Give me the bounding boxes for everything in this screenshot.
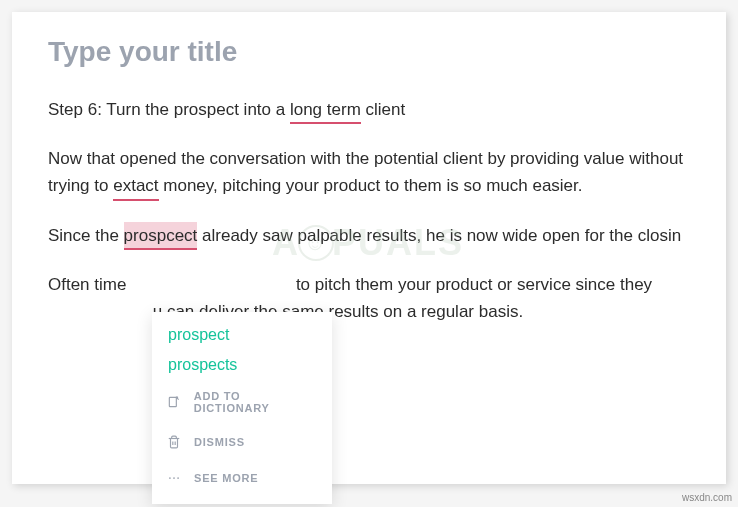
error-underline-extact[interactable]: extact [113, 172, 158, 199]
p2-text-after: money, pitching your product to them is … [163, 176, 582, 195]
watermark-right: PUALS [332, 222, 464, 264]
p3-text-before: Since the [48, 226, 124, 245]
dismiss-button[interactable]: DISMISS [152, 424, 332, 460]
see-more-button[interactable]: SEE MORE [152, 460, 332, 496]
p1-text-after: client [366, 100, 406, 119]
add-to-dictionary-button[interactable]: ADD TO DICTIONARY [152, 380, 332, 424]
watermark-icon: ☺ [298, 225, 334, 261]
trash-icon [166, 434, 182, 450]
footer-credit: wsxdn.com [682, 492, 732, 503]
watermark-left: A [272, 222, 300, 264]
p1-text-before: Step 6: Turn the prospect into a [48, 100, 290, 119]
suggestion-menu: prospect prospects ADD TO DICTIONARY [152, 312, 332, 504]
watermark: A ☺ PUALS [272, 222, 464, 264]
svg-point-1 [169, 477, 171, 479]
svg-point-2 [173, 477, 175, 479]
paragraph-4[interactable]: Often time to pitch them your product or… [48, 271, 690, 325]
paragraph-2[interactable]: Now that opened the conversation with th… [48, 145, 690, 199]
add-to-dictionary-label: ADD TO DICTIONARY [194, 390, 318, 414]
p4-text-middle: to pitch them your product or service si… [296, 275, 652, 294]
title-input[interactable]: Type your title [48, 36, 690, 68]
suggestion-prospects[interactable]: prospects [152, 350, 332, 380]
svg-rect-0 [169, 397, 176, 406]
more-icon [166, 470, 182, 486]
paragraph-1[interactable]: Step 6: Turn the prospect into a long te… [48, 96, 690, 123]
add-icon [166, 394, 182, 410]
dismiss-label: DISMISS [194, 436, 245, 448]
p4-text-before: Often time [48, 275, 126, 294]
see-more-label: SEE MORE [194, 472, 258, 484]
svg-point-3 [177, 477, 179, 479]
editor: A ☺ PUALS Type your title Step 6: Turn t… [12, 12, 726, 484]
suggestion-prospect[interactable]: prospect [152, 320, 332, 350]
error-underline-longterm[interactable]: long term [290, 96, 361, 123]
error-highlight-prospcect[interactable]: prospcect [124, 222, 198, 249]
